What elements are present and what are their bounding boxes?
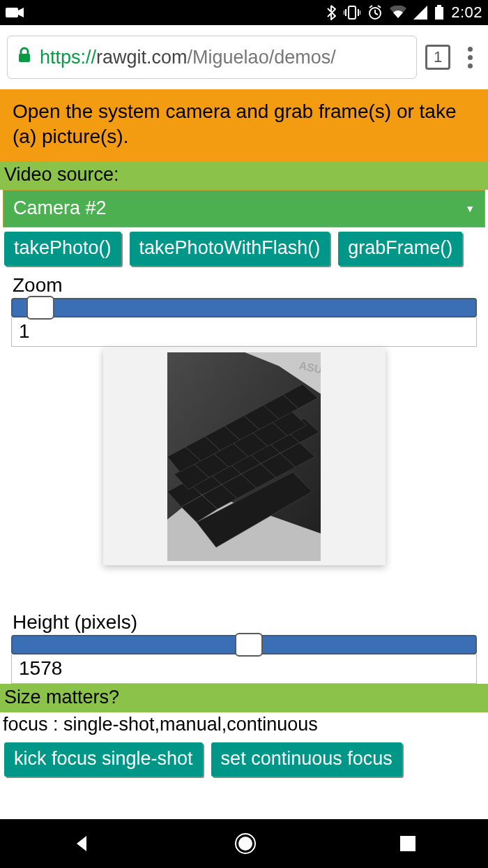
- zoom-slider[interactable]: [11, 298, 477, 317]
- camcorder-icon: [6, 6, 24, 19]
- url-path: /Miguelao/demos/: [188, 47, 336, 68]
- take-photo-button[interactable]: takePhoto(): [4, 232, 121, 266]
- set-continuous-focus-button[interactable]: set continuous focus: [211, 742, 402, 777]
- svg-line-8: [375, 13, 378, 15]
- battery-icon: [434, 5, 444, 20]
- svg-rect-47: [400, 836, 415, 851]
- take-photo-flash-button[interactable]: takePhotoWithFlash(): [130, 232, 330, 266]
- wifi-icon: [390, 6, 406, 20]
- svg-rect-0: [6, 8, 18, 17]
- video-source-selected: Camera #2: [13, 197, 107, 219]
- svg-point-46: [238, 837, 252, 851]
- svg-rect-12: [437, 5, 441, 7]
- tabs-button[interactable]: 1: [425, 45, 450, 70]
- zoom-slider-thumb[interactable]: [26, 296, 54, 320]
- instruction-banner: Open the system camera and grab frame(s)…: [0, 89, 488, 161]
- android-status-bar: 2:02: [0, 0, 488, 25]
- bluetooth-icon: [327, 5, 337, 20]
- android-nav-bar: [0, 819, 488, 868]
- svg-line-10: [378, 6, 381, 8]
- grab-frame-button[interactable]: grabFrame(): [338, 232, 462, 266]
- size-matters-label: Size matters?: [0, 684, 488, 712]
- focus-modes-text: focus : single-shot,manual,continuous: [0, 712, 488, 738]
- cell-signal-icon: [413, 6, 427, 20]
- vibrate-icon: [344, 5, 360, 20]
- lock-icon: [17, 47, 31, 68]
- camera-preview-image: ASUS: [167, 352, 321, 561]
- svg-rect-11: [435, 7, 443, 20]
- svg-rect-1: [349, 6, 356, 19]
- svg-line-9: [369, 6, 372, 8]
- zoom-value: 1: [11, 317, 477, 347]
- alarm-icon: [367, 5, 383, 20]
- back-icon[interactable]: [71, 833, 92, 854]
- url-host: rawgit.com: [96, 47, 188, 68]
- video-source-label: Video source:: [0, 161, 488, 190]
- svg-rect-13: [19, 54, 30, 62]
- video-source-select[interactable]: Camera #2 ▼: [3, 190, 485, 227]
- chevron-down-icon: ▼: [465, 203, 475, 214]
- url-bar[interactable]: https://rawgit.com/Miguelao/demos/: [7, 36, 417, 79]
- zoom-label: Zoom: [13, 274, 475, 297]
- recents-icon[interactable]: [399, 835, 417, 853]
- height-slider[interactable]: [11, 635, 477, 654]
- status-clock: 2:02: [451, 3, 482, 22]
- height-label: Height (pixels): [13, 611, 475, 634]
- browser-toolbar: https://rawgit.com/Miguelao/demos/ 1: [0, 25, 488, 89]
- kick-focus-button[interactable]: kick focus single-shot: [4, 742, 203, 777]
- height-slider-thumb[interactable]: [235, 633, 263, 657]
- page-body: Open the system camera and grab frame(s)…: [0, 89, 488, 781]
- overflow-menu-icon[interactable]: [459, 47, 481, 68]
- height-value: 1578: [11, 654, 477, 684]
- camera-preview-frame: ASUS: [103, 348, 386, 565]
- home-icon[interactable]: [234, 832, 257, 855]
- url-scheme: https://: [40, 47, 96, 68]
- tab-count: 1: [434, 48, 442, 66]
